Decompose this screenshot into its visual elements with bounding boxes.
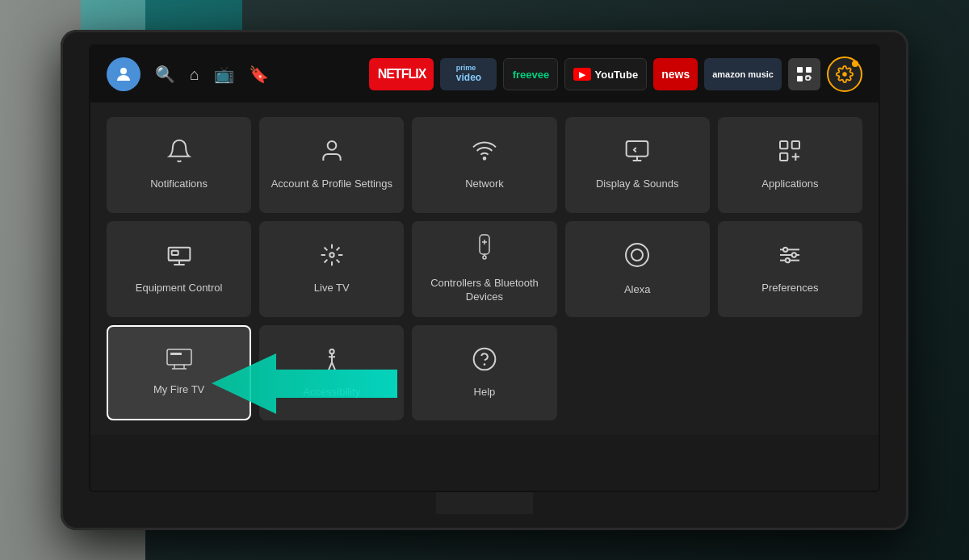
arrow-overlay [212, 349, 397, 418]
svg-marker-37 [212, 353, 397, 414]
alexa-tile[interactable]: Alexa [565, 221, 710, 317]
controllers-bluetooth-label: Controllers & Bluetooth Devices [418, 277, 550, 304]
empty-cell-1 [565, 325, 710, 421]
controller-icon [473, 234, 496, 269]
live-tv-icon [319, 242, 345, 274]
applications-tile[interactable]: Applications [718, 117, 862, 213]
amazonmusic-shortcut[interactable]: amazon music [704, 58, 782, 90]
home-icon[interactable]: ⌂ [190, 65, 199, 84]
help-icon [472, 346, 497, 378]
svg-rect-9 [627, 141, 648, 157]
svg-point-27 [792, 253, 796, 257]
applications-label: Applications [761, 178, 818, 191]
live-tv-icon[interactable]: 📺 [214, 65, 234, 84]
settings-button[interactable] [827, 56, 862, 92]
svg-point-19 [483, 256, 486, 259]
youtube-label: YouTube [594, 69, 638, 81]
tv-stand [436, 492, 533, 520]
svg-point-0 [120, 68, 127, 74]
search-icon[interactable]: 🔍 [155, 65, 175, 84]
svg-rect-33 [170, 353, 182, 355]
applications-icon [777, 138, 803, 169]
tv-screen: 🔍 ⌂ 📺 🔖 NETFLIX prime video freevee ▶ [89, 44, 880, 492]
watchlist-icon[interactable]: 🔖 [249, 65, 269, 84]
svg-rect-2 [806, 67, 812, 73]
live-tv-tile[interactable]: Live TV [259, 221, 404, 317]
svg-point-8 [484, 157, 486, 160]
gear-icon [836, 65, 854, 83]
all-apps-button[interactable] [788, 58, 820, 90]
display-sounds-label: Display & Sounds [596, 178, 679, 191]
notifications-tile[interactable]: Notifications [107, 117, 251, 213]
netflix-shortcut[interactable]: NETFLIX [369, 58, 434, 90]
nav-icons-group: 🔍 ⌂ 📺 🔖 [107, 57, 269, 91]
top-navigation-bar: 🔍 ⌂ 📺 🔖 NETFLIX prime video freevee ▶ [90, 46, 879, 102]
empty-cell-2 [718, 325, 862, 421]
svg-rect-1 [797, 67, 803, 73]
help-tile[interactable]: Help [412, 325, 556, 421]
svg-rect-14 [171, 251, 178, 255]
preferences-icon [777, 242, 803, 274]
equipment-control-label: Equipment Control [136, 282, 223, 295]
account-tile[interactable]: Account & Profile Settings [259, 117, 404, 213]
youtube-icon: ▶ [573, 68, 591, 81]
equipment-control-tile[interactable]: Equipment Control [107, 221, 251, 317]
svg-rect-3 [797, 76, 803, 81]
my-fire-tv-label: My Fire TV [153, 383, 204, 397]
display-icon [624, 138, 650, 169]
grid-icon [796, 66, 812, 82]
alexa-label: Alexa [624, 283, 651, 297]
tv-shell: 🔍 ⌂ 📺 🔖 NETFLIX prime video freevee ▶ [61, 30, 908, 530]
display-sounds-tile[interactable]: Display & Sounds [565, 117, 710, 213]
help-label: Help [474, 386, 496, 399]
svg-rect-11 [792, 141, 799, 148]
preferences-tile[interactable]: Preferences [718, 221, 862, 317]
alexa-icon [623, 240, 652, 275]
settings-grid: Notifications Account & Profile Settings [90, 102, 879, 435]
network-label: Network [465, 178, 504, 191]
network-tile[interactable]: Network [412, 117, 556, 213]
youtube-shortcut[interactable]: ▶ YouTube [564, 58, 647, 90]
preferences-label: Preferences [761, 282, 818, 295]
direction-arrow [212, 349, 397, 418]
live-tv-label: Live TV [314, 282, 350, 295]
svg-rect-12 [780, 153, 787, 161]
notifications-label: Notifications [150, 178, 208, 191]
controllers-bluetooth-tile[interactable]: Controllers & Bluetooth Devices [412, 221, 556, 317]
notifications-icon [166, 138, 192, 169]
svg-point-35 [474, 349, 496, 370]
svg-point-26 [783, 248, 787, 252]
account-icon [319, 138, 345, 169]
svg-rect-29 [167, 349, 191, 365]
svg-point-21 [626, 244, 648, 266]
network-icon [472, 138, 497, 169]
freevee-shortcut[interactable]: freevee [503, 58, 558, 90]
svg-rect-10 [780, 141, 787, 148]
svg-point-7 [327, 141, 336, 150]
avatar[interactable] [107, 57, 141, 91]
svg-point-28 [786, 258, 790, 262]
news-shortcut[interactable]: news [653, 58, 698, 90]
my-fire-tv-icon [166, 349, 192, 375]
primevideo-shortcut[interactable]: prime video [440, 58, 497, 90]
svg-point-15 [329, 253, 333, 257]
app-shortcuts-bar: NETFLIX prime video freevee ▶ YouTube ne… [369, 56, 862, 92]
primevideo-label: prime video [456, 65, 481, 83]
account-label: Account & Profile Settings [271, 178, 392, 191]
freevee-label: freevee [513, 69, 550, 81]
equipment-icon [166, 242, 192, 274]
svg-point-22 [631, 249, 643, 261]
